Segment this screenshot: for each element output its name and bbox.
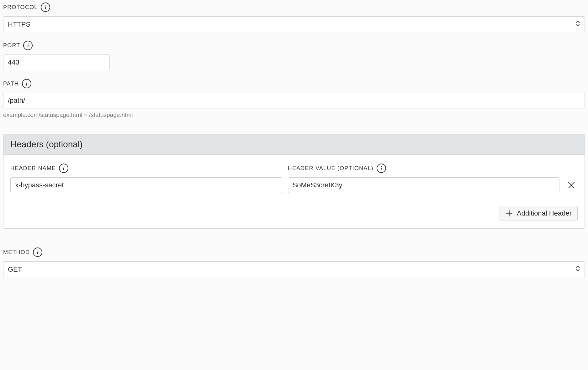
method-select[interactable]: GET	[3, 261, 585, 277]
protocol-field: PROTOCOL i HTTPS	[3, 3, 585, 32]
header-name-label: HEADER NAME	[10, 165, 56, 172]
add-header-row: Additional Header	[10, 206, 578, 221]
headers-section: Headers (optional) HEADER NAME i HEADER …	[3, 134, 585, 229]
path-field: PATH i example.com/statuspage.html = /st…	[3, 79, 585, 118]
method-label: METHOD	[3, 249, 30, 256]
path-label: PATH	[3, 81, 19, 87]
info-icon[interactable]: i	[377, 164, 386, 173]
port-input[interactable]	[3, 55, 110, 70]
path-label-row: PATH i	[3, 79, 585, 88]
method-select-wrap: GET	[3, 261, 585, 277]
headers-section-body: HEADER NAME i HEADER VALUE (OPTIONAL) i	[3, 155, 585, 228]
divider	[10, 200, 578, 200]
header-row: HEADER NAME i HEADER VALUE (OPTIONAL) i	[10, 164, 578, 193]
port-label: PORT	[3, 42, 20, 49]
header-value-label-row: HEADER VALUE (OPTIONAL) i	[288, 164, 560, 173]
port-input-wrap	[3, 55, 110, 70]
header-value-column: HEADER VALUE (OPTIONAL) i	[288, 164, 560, 193]
path-input[interactable]	[3, 93, 585, 108]
info-icon[interactable]: i	[33, 248, 42, 257]
header-value-input[interactable]	[288, 177, 560, 193]
remove-header-button[interactable]	[566, 180, 577, 190]
header-value-label: HEADER VALUE (OPTIONAL)	[288, 165, 373, 172]
header-name-column: HEADER NAME i	[10, 164, 282, 193]
header-name-input[interactable]	[10, 177, 282, 193]
info-icon[interactable]: i	[23, 41, 33, 50]
path-hint: example.com/statuspage.html = /statuspag…	[3, 112, 585, 118]
info-icon[interactable]: i	[59, 164, 68, 173]
method-label-row: METHOD i	[3, 248, 585, 257]
protocol-label: PROTOCOL	[3, 4, 38, 11]
header-remove-cell	[565, 177, 578, 193]
info-icon[interactable]: i	[41, 3, 50, 12]
protocol-select[interactable]: HTTPS	[3, 16, 585, 32]
method-field: METHOD i GET	[3, 248, 585, 277]
protocol-label-row: PROTOCOL i	[3, 3, 585, 12]
protocol-select-wrap: HTTPS	[3, 16, 585, 32]
info-icon[interactable]: i	[22, 79, 31, 88]
additional-header-button[interactable]: Additional Header	[500, 206, 578, 221]
port-label-row: PORT i	[3, 41, 585, 50]
header-name-label-row: HEADER NAME i	[10, 164, 282, 173]
plus-icon	[506, 210, 513, 217]
port-field: PORT i	[3, 41, 585, 70]
additional-header-label: Additional Header	[517, 209, 572, 217]
headers-section-title: Headers (optional)	[3, 134, 585, 155]
close-icon	[567, 181, 575, 189]
path-input-wrap	[3, 93, 585, 108]
